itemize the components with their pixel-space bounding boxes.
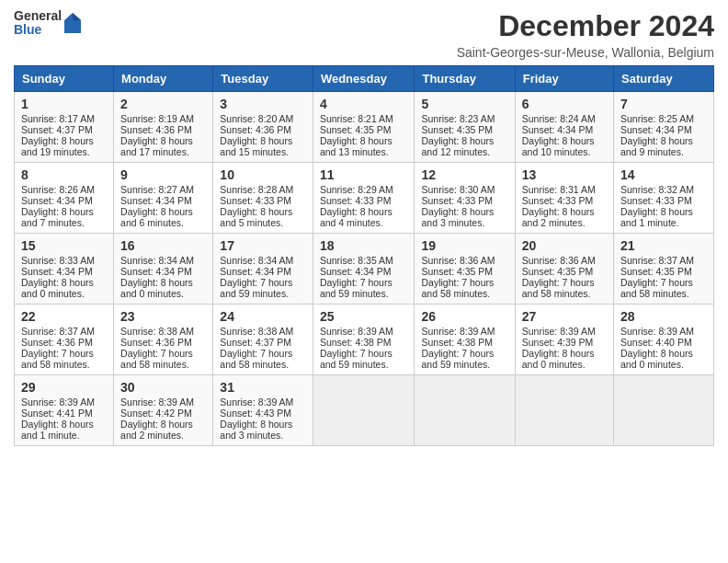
day-number: 11 <box>320 167 408 182</box>
day-number: 29 <box>21 380 107 395</box>
calendar-week-row: 15 Sunrise: 8:33 AM Sunset: 4:34 PM Dayl… <box>15 234 714 304</box>
day-number: 4 <box>320 97 408 111</box>
sunrise-label: Sunrise: 8:39 AM <box>522 326 596 337</box>
daylight-label: Daylight: 8 hours and 4 minutes. <box>320 206 392 228</box>
sunrise-label: Sunrise: 8:38 AM <box>120 326 194 337</box>
calendar-cell: 18 Sunrise: 8:35 AM Sunset: 4:34 PM Dayl… <box>313 234 415 304</box>
sunset-label: Sunset: 4:34 PM <box>21 266 93 277</box>
logo: General Blue <box>14 9 81 38</box>
calendar-cell: 28 Sunrise: 8:39 AM Sunset: 4:40 PM Dayl… <box>614 304 714 375</box>
sunrise-label: Sunrise: 8:33 AM <box>21 255 95 266</box>
weekday-header-row: Sunday Monday Tuesday Wednesday Thursday… <box>15 66 714 92</box>
sunrise-label: Sunrise: 8:30 AM <box>421 184 495 195</box>
calendar-cell: 13 Sunrise: 8:31 AM Sunset: 4:33 PM Dayl… <box>515 163 613 234</box>
daylight-label: Daylight: 8 hours and 13 minutes. <box>320 135 392 157</box>
sunset-label: Sunset: 4:37 PM <box>21 124 93 135</box>
daylight-label: Daylight: 8 hours and 15 minutes. <box>220 135 292 157</box>
sunset-label: Sunset: 4:33 PM <box>320 195 392 206</box>
sunrise-label: Sunrise: 8:27 AM <box>120 184 194 195</box>
daylight-label: Daylight: 8 hours and 10 minutes. <box>522 135 595 157</box>
daylight-label: Daylight: 8 hours and 6 minutes. <box>120 206 193 228</box>
calendar-cell: 20 Sunrise: 8:36 AM Sunset: 4:35 PM Dayl… <box>515 234 613 304</box>
daylight-label: Daylight: 7 hours and 58 minutes. <box>522 277 595 299</box>
calendar-cell: 8 Sunrise: 8:26 AM Sunset: 4:34 PM Dayli… <box>15 163 114 234</box>
sunrise-label: Sunrise: 8:39 AM <box>620 326 694 337</box>
sunrise-label: Sunrise: 8:39 AM <box>21 396 95 408</box>
calendar-cell: 6 Sunrise: 8:24 AM Sunset: 4:34 PM Dayli… <box>515 92 613 163</box>
daylight-label: Daylight: 7 hours and 58 minutes. <box>421 277 494 299</box>
day-number: 27 <box>522 309 607 324</box>
calendar-cell: 12 Sunrise: 8:30 AM Sunset: 4:33 PM Dayl… <box>415 163 515 234</box>
sunset-label: Sunset: 4:36 PM <box>120 337 192 348</box>
sunrise-label: Sunrise: 8:34 AM <box>120 255 194 266</box>
sunrise-label: Sunrise: 8:29 AM <box>320 184 393 195</box>
calendar-week-row: 1 Sunrise: 8:17 AM Sunset: 4:37 PM Dayli… <box>15 92 714 163</box>
sunrise-label: Sunrise: 8:39 AM <box>421 326 495 337</box>
day-number: 7 <box>620 97 707 111</box>
daylight-label: Daylight: 7 hours and 58 minutes. <box>620 277 693 299</box>
daylight-label: Daylight: 8 hours and 1 minute. <box>620 206 693 228</box>
day-number: 30 <box>120 380 206 395</box>
daylight-label: Daylight: 8 hours and 0 minutes. <box>522 348 595 370</box>
calendar-cell: 10 Sunrise: 8:28 AM Sunset: 4:33 PM Dayl… <box>213 163 313 234</box>
sunset-label: Sunset: 4:34 PM <box>21 195 93 206</box>
calendar-cell <box>614 375 714 446</box>
sunrise-label: Sunrise: 8:24 AM <box>522 113 596 124</box>
daylight-label: Daylight: 8 hours and 2 minutes. <box>522 206 595 228</box>
daylight-label: Daylight: 7 hours and 59 minutes. <box>220 277 292 299</box>
day-number: 15 <box>21 238 107 253</box>
daylight-label: Daylight: 8 hours and 5 minutes. <box>220 206 292 228</box>
sunrise-label: Sunrise: 8:36 AM <box>522 255 596 266</box>
sunset-label: Sunset: 4:35 PM <box>522 266 594 277</box>
calendar-cell <box>415 375 515 446</box>
sunrise-label: Sunrise: 8:28 AM <box>220 184 293 195</box>
sunrise-label: Sunrise: 8:36 AM <box>421 255 495 266</box>
sunset-label: Sunset: 4:36 PM <box>120 124 192 135</box>
sunset-label: Sunset: 4:35 PM <box>320 124 392 135</box>
calendar-cell: 26 Sunrise: 8:39 AM Sunset: 4:38 PM Dayl… <box>415 304 515 375</box>
day-number: 9 <box>120 167 206 182</box>
sunrise-label: Sunrise: 8:37 AM <box>620 255 694 266</box>
sunrise-label: Sunrise: 8:23 AM <box>421 113 495 124</box>
calendar-week-row: 8 Sunrise: 8:26 AM Sunset: 4:34 PM Dayli… <box>15 163 714 234</box>
header-saturday: Saturday <box>614 66 714 92</box>
sunrise-label: Sunrise: 8:38 AM <box>220 326 293 337</box>
sunrise-label: Sunrise: 8:20 AM <box>220 113 293 124</box>
sunset-label: Sunset: 4:39 PM <box>522 337 594 348</box>
sunrise-label: Sunrise: 8:34 AM <box>220 255 293 266</box>
sunrise-label: Sunrise: 8:17 AM <box>21 113 95 124</box>
sunset-label: Sunset: 4:41 PM <box>21 408 93 419</box>
calendar-cell: 30 Sunrise: 8:39 AM Sunset: 4:42 PM Dayl… <box>114 375 213 446</box>
day-number: 16 <box>120 238 206 253</box>
sunset-label: Sunset: 4:43 PM <box>220 408 291 419</box>
header-monday: Monday <box>114 66 213 92</box>
day-number: 17 <box>220 238 306 253</box>
calendar-cell: 31 Sunrise: 8:39 AM Sunset: 4:43 PM Dayl… <box>213 375 313 446</box>
day-number: 6 <box>522 97 607 111</box>
day-number: 24 <box>220 309 306 324</box>
daylight-label: Daylight: 7 hours and 58 minutes. <box>21 348 94 370</box>
sunset-label: Sunset: 4:34 PM <box>120 266 192 277</box>
day-number: 13 <box>522 167 607 182</box>
day-number: 20 <box>522 238 607 253</box>
sunset-label: Sunset: 4:37 PM <box>220 337 291 348</box>
calendar-cell: 21 Sunrise: 8:37 AM Sunset: 4:35 PM Dayl… <box>614 234 714 304</box>
sunset-label: Sunset: 4:38 PM <box>320 337 392 348</box>
calendar-cell: 14 Sunrise: 8:32 AM Sunset: 4:33 PM Dayl… <box>614 163 714 234</box>
sunset-label: Sunset: 4:40 PM <box>620 337 692 348</box>
header: General Blue December 2024 Saint-Georges… <box>14 9 714 60</box>
sunset-label: Sunset: 4:33 PM <box>220 195 291 206</box>
daylight-label: Daylight: 7 hours and 58 minutes. <box>220 348 292 370</box>
sunrise-label: Sunrise: 8:25 AM <box>620 113 694 124</box>
daylight-label: Daylight: 8 hours and 17 minutes. <box>120 135 193 157</box>
sunrise-label: Sunrise: 8:37 AM <box>21 326 95 337</box>
calendar-cell: 22 Sunrise: 8:37 AM Sunset: 4:36 PM Dayl… <box>15 304 114 375</box>
daylight-label: Daylight: 8 hours and 9 minutes. <box>620 135 693 157</box>
calendar-cell: 24 Sunrise: 8:38 AM Sunset: 4:37 PM Dayl… <box>213 304 313 375</box>
day-number: 12 <box>421 167 507 182</box>
day-number: 3 <box>220 97 306 111</box>
header-thursday: Thursday <box>415 66 515 92</box>
sunset-label: Sunset: 4:38 PM <box>421 337 493 348</box>
calendar-cell: 25 Sunrise: 8:39 AM Sunset: 4:38 PM Dayl… <box>313 304 415 375</box>
calendar-cell: 29 Sunrise: 8:39 AM Sunset: 4:41 PM Dayl… <box>15 375 114 446</box>
